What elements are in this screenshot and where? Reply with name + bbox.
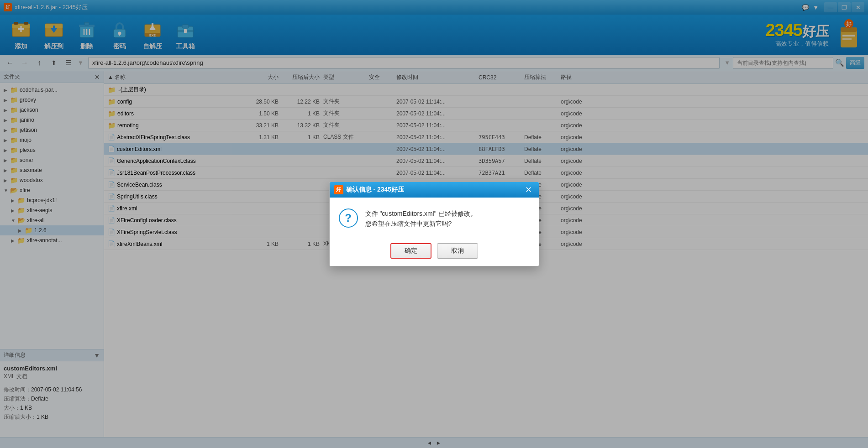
modal-message-line1: 文件 "customEditors.xml" 已经被修改。 [365,208,530,219]
modal-message: 文件 "customEditors.xml" 已经被修改。 您希望在压缩文件中更… [365,208,530,229]
modal-title: 确认信息 - 2345好压 [346,186,523,194]
cancel-button[interactable]: 取消 [437,243,478,259]
modal-app-icon: 好 [334,185,343,194]
confirm-button[interactable]: 确定 [390,243,431,259]
modal-message-line2: 您希望在压缩文件中更新它吗? [365,219,530,229]
modal-footer: 确定 取消 [330,238,539,266]
modal-body: ? 文件 "customEditors.xml" 已经被修改。 您希望在压缩文件… [330,198,539,238]
modal-titlebar: 好 确认信息 - 2345好压 ✕ [330,182,539,198]
confirm-dialog: 好 确认信息 - 2345好压 ✕ ? 文件 "customEditors.xm… [329,182,539,267]
modal-overlay: 好 确认信息 - 2345好压 ✕ ? 文件 "customEditors.xm… [0,0,868,448]
modal-close-button[interactable]: ✕ [523,184,534,195]
question-icon: ? [339,208,358,228]
